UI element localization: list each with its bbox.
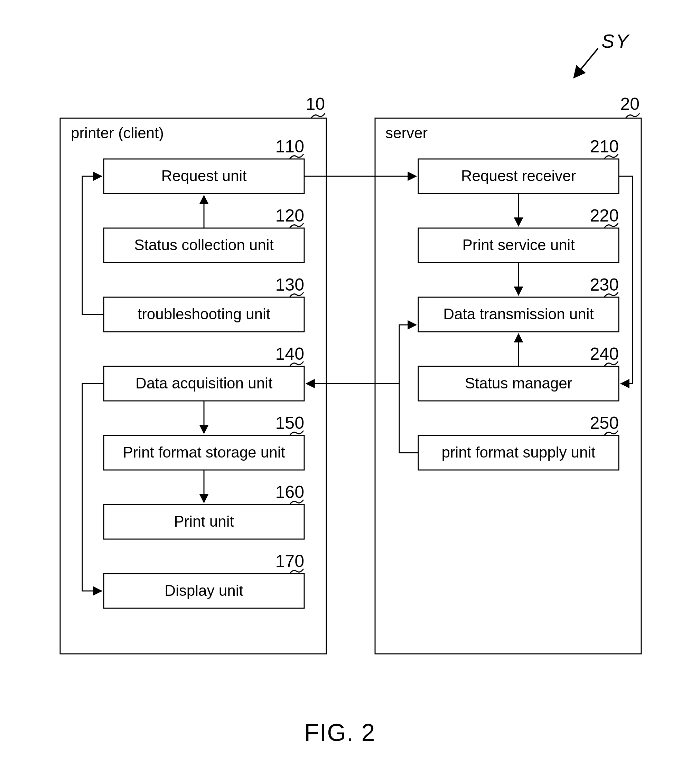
label-250: print format supply unit [418, 444, 619, 461]
num-160: 160 [273, 482, 304, 502]
server-container-num: 20 [615, 94, 640, 114]
num-110: 110 [273, 137, 304, 157]
label-110: Request unit [104, 167, 304, 185]
num-250: 250 [588, 413, 619, 433]
figure-label: FIG. 2 [304, 719, 375, 746]
label-170: Display unit [104, 582, 304, 599]
label-130: troubleshooting unit [104, 305, 304, 323]
num-120: 120 [273, 206, 304, 226]
num-170: 170 [273, 551, 304, 571]
num-130: 130 [273, 275, 304, 295]
num-230: 230 [588, 275, 619, 295]
label-120: Status collection unit [104, 236, 304, 254]
label-240: Status manager [418, 375, 619, 392]
label-220: Print service unit [418, 236, 619, 254]
sy-label: SY [602, 30, 630, 52]
num-220: 220 [588, 206, 619, 226]
label-210: Request receiver [418, 167, 619, 185]
num-210: 210 [588, 137, 619, 157]
label-140: Data acquisition unit [104, 375, 304, 392]
num-240: 240 [588, 344, 619, 364]
label-230: Data transmission unit [418, 305, 619, 323]
label-150: Print format storage unit [104, 444, 304, 461]
client-container-num: 10 [301, 94, 325, 114]
label-160: Print unit [104, 513, 304, 530]
num-140: 140 [273, 344, 304, 364]
server-container-label: server [385, 125, 428, 142]
client-container-label: printer (client) [71, 125, 164, 142]
num-150: 150 [273, 413, 304, 433]
sy-arrow [574, 48, 598, 78]
